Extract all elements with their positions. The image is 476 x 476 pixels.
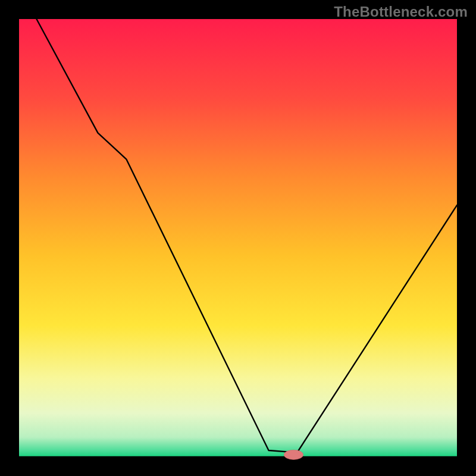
watermark-text: TheBottleneck.com <box>334 4 468 20</box>
plot-area <box>19 19 457 457</box>
chart-svg <box>0 0 476 476</box>
chart-frame: { "watermark": "TheBottleneck.com", "cha… <box>0 0 476 476</box>
optimum-marker <box>284 450 303 459</box>
